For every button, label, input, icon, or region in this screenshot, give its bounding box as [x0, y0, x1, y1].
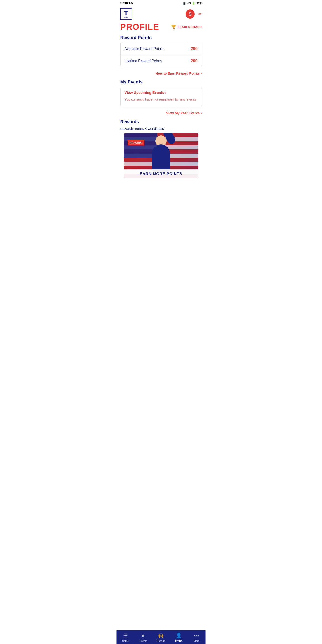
edit-button[interactable]: ✏ — [198, 11, 202, 17]
nav-events-label: Events — [140, 640, 147, 642]
status-icons: 📳 4G 🔋 92% — [182, 2, 202, 5]
lifetime-points-label: Lifetime Reward Points — [124, 59, 162, 63]
past-events-label: View My Past Events — [166, 111, 200, 115]
battery-icon: 🔋 — [192, 2, 195, 5]
earn-link-text: How to Earn Reward Points — [155, 72, 200, 75]
view-upcoming-events-link[interactable]: View Upcoming Events › — [124, 91, 198, 95]
person-body — [152, 144, 170, 172]
events-card: View Upcoming Events › You currently hav… — [120, 87, 202, 107]
earn-reward-points-link[interactable]: How to Earn Reward Points › — [117, 69, 206, 79]
chevron-right-icon-events: › — [165, 91, 166, 95]
rally-sign: AT AGAIN! — [128, 140, 145, 146]
my-events-title: My Events — [117, 79, 206, 87]
chevron-right-icon-past: › — [200, 111, 202, 115]
leaderboard-label: LEADERBOARD — [178, 25, 202, 29]
nav-engage[interactable]: 🙌 Engage — [154, 633, 168, 642]
earn-more-banner: EARN MORE POINTS — [124, 169, 198, 178]
home-icon: ☰ — [123, 633, 128, 638]
rewards-title: Rewards — [117, 119, 206, 127]
view-past-events-link[interactable]: View My Past Events › — [117, 109, 206, 119]
status-bar: 10:38 AM 📳 4G 🔋 92% — [117, 0, 206, 6]
more-icon: ••• — [194, 633, 199, 638]
vibrate-icon: 📳 — [182, 2, 186, 5]
lifetime-points-value: 200 — [190, 58, 198, 63]
engage-icon: 🙌 — [158, 633, 164, 638]
available-points-value: 200 — [190, 46, 198, 51]
rewards-terms-link[interactable]: Rewards Terms & Conditions — [120, 127, 164, 130]
person-figure — [152, 136, 170, 172]
earn-more-text: EARN MORE POINTS — [140, 172, 182, 176]
earn-more-card[interactable]: AT AGAIN! EARN MORE POINTS — [124, 133, 198, 178]
nav-home[interactable]: ☰ Home — [119, 633, 132, 642]
rewards-section: Rewards Terms & Conditions AT AGAIN! — [117, 127, 206, 180]
nav-home-label: Home — [122, 640, 129, 642]
view-upcoming-label: View Upcoming Events — [124, 91, 164, 95]
dollar-button[interactable]: $ — [186, 10, 195, 18]
logo-letter: T — [124, 10, 128, 16]
nav-engage-label: Engage — [157, 640, 165, 642]
page-title-area: PROFILE 🏆 LEADERBOARD — [117, 21, 206, 35]
nav-more-label: More — [194, 640, 200, 642]
app-logo[interactable]: T 2020 — [120, 8, 132, 20]
nav-profile[interactable]: 👤 Profile — [172, 633, 186, 642]
trophy-icon: 🏆 — [171, 25, 176, 30]
available-points-label: Available Reward Points — [124, 47, 164, 51]
leaderboard-button[interactable]: 🏆 LEADERBOARD — [171, 25, 202, 30]
chevron-right-icon: › — [200, 71, 202, 75]
signal-icon: 4G — [187, 2, 191, 5]
header-actions: $ ✏ — [186, 10, 202, 18]
available-points-row: Available Reward Points 200 — [120, 43, 202, 55]
nav-profile-label: Profile — [175, 640, 182, 642]
profile-icon: 👤 — [176, 633, 182, 638]
status-time: 10:38 AM — [120, 1, 134, 5]
logo-year: 2020 — [124, 16, 128, 18]
reward-points-card: Available Reward Points 200 Lifetime Rew… — [120, 42, 202, 67]
battery-percent: 92% — [196, 2, 202, 5]
main-content: Reward Points Available Reward Points 20… — [117, 35, 206, 644]
events-empty-message: You currently have not registered for an… — [124, 97, 198, 102]
page-title: PROFILE — [120, 22, 159, 32]
events-icon: ★ — [141, 633, 146, 638]
bottom-navigation: ☰ Home ★ Events 🙌 Engage 👤 Profile ••• M… — [117, 630, 206, 644]
nav-events[interactable]: ★ Events — [136, 633, 150, 642]
nav-more[interactable]: ••• More — [190, 633, 203, 642]
lifetime-points-row: Lifetime Reward Points 200 — [120, 55, 202, 67]
reward-points-title: Reward Points — [117, 35, 206, 42]
header: T 2020 $ ✏ — [117, 6, 206, 21]
